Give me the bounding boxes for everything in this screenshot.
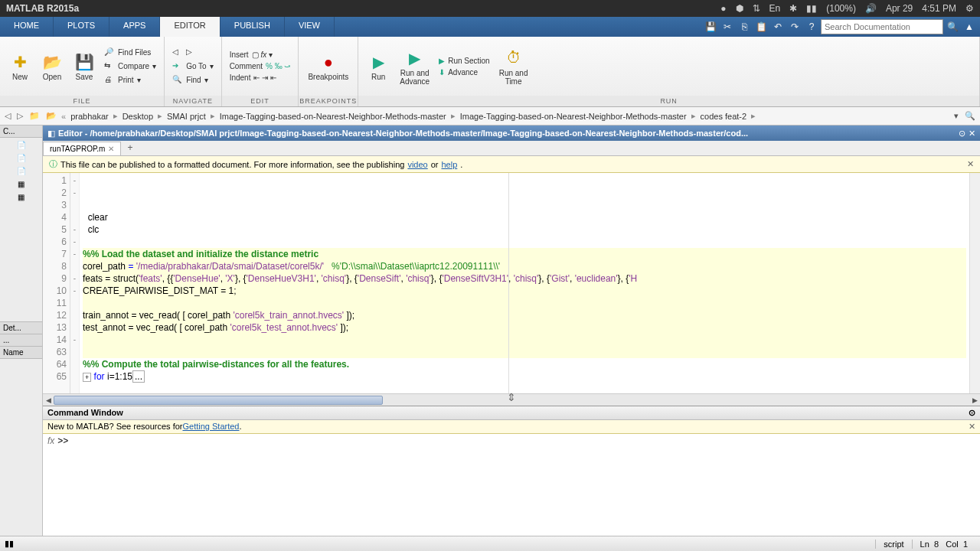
find-button[interactable]: 🔍Find▾ <box>169 74 217 86</box>
indent-button[interactable]: Indent ⇤ ⇥ ⇤ <box>227 73 294 83</box>
code-area[interactable]: clear clc %% Load the dataset and initia… <box>80 173 969 393</box>
tab-apps[interactable]: APPS <box>109 17 160 37</box>
record-icon: ● <box>720 3 726 14</box>
scroll-left-icon[interactable]: ◀ <box>43 394 54 406</box>
splitter-handle-icon[interactable]: ⇕ <box>507 391 516 403</box>
breadcrumb[interactable]: Image-Tagging-based-on-Nearest-Neighbor-… <box>459 112 688 121</box>
system-tray: ● ⬢ ⇅ En ✱ ▮▮ (100%) 🔊 Apr 29 4:51 PM ⚙ <box>720 3 974 14</box>
tab-editor[interactable]: EDITOR <box>160 17 220 37</box>
minimize-ribbon-icon[interactable]: ▲ <box>962 19 977 34</box>
system-bar: MATLAB R2015a ● ⬢ ⇅ En ✱ ▮▮ (100%) 🔊 Apr… <box>0 0 980 17</box>
clock-date: Apr 29 <box>886 3 913 14</box>
editor-title: Editor - /home/prabhakar/Desktop/SMAI pr… <box>58 129 956 138</box>
panel-icon[interactable]: ◧ <box>47 129 55 139</box>
run-time-button[interactable]: ⏱Run and Time <box>495 46 533 87</box>
compare-button[interactable]: ⇆Compare▾ <box>101 60 159 73</box>
breadcrumb[interactable]: codes feat-2 <box>699 112 749 121</box>
getting-started-link[interactable]: Getting Started <box>182 422 239 432</box>
undo-icon[interactable]: ↶ <box>770 19 786 34</box>
run-advance-button[interactable]: ▶Run and Advance <box>395 46 434 87</box>
cursor-position: Ln 8 Col 1 <box>912 540 975 549</box>
breakpoint-gutter[interactable]: -- --- -- - <box>70 173 80 393</box>
breadcrumb[interactable]: Image-Tagging-based-on-Nearest-Neighbor-… <box>218 112 448 121</box>
close-info-icon[interactable]: ✕ <box>967 159 974 169</box>
info-help-link[interactable]: help <box>442 160 458 169</box>
new-tab-button[interactable]: + <box>121 141 139 155</box>
breadcrumb[interactable]: Desktop <box>121 112 155 121</box>
redo-icon[interactable]: ↷ <box>787 19 802 34</box>
name-header[interactable]: Name <box>0 347 42 359</box>
breadcrumb[interactable]: prabhakar <box>69 112 110 121</box>
folder-icon[interactable]: 📄 <box>17 141 26 149</box>
details-label: Det... <box>0 321 42 334</box>
busy-indicator: ▮▮ <box>5 539 14 549</box>
horizontal-scrollbar[interactable]: ◀ ▶ ⇕ <box>43 393 980 406</box>
folder-icon[interactable]: 📂 <box>44 109 58 122</box>
nav-up-icon[interactable]: 📁 <box>28 109 41 122</box>
clock-time: 4:51 PM <box>922 3 956 14</box>
insert-button[interactable]: Insert ▢ fx ▾ <box>227 50 294 60</box>
open-button[interactable]: 📂Open <box>37 50 67 83</box>
breadcrumb[interactable]: SMAI prjct <box>165 112 207 121</box>
ribbon-group-navigate: ◁▷ ➔Go To▾ 🔍Find▾ NAVIGATE <box>165 37 222 106</box>
breakpoints-button[interactable]: ●Breakpoints <box>303 50 353 83</box>
close-hint-icon[interactable]: ✕ <box>969 422 975 432</box>
print-button[interactable]: 🖨Print▾ <box>101 74 159 86</box>
nav-fwd-icon[interactable]: ▷ <box>15 109 24 122</box>
new-button[interactable]: ✚New <box>5 50 35 83</box>
overview-ruler[interactable] <box>969 173 980 393</box>
command-input[interactable]: fx>> <box>43 434 980 536</box>
panel-menu-icon[interactable]: ⊙ <box>959 129 965 139</box>
help-quick-icon[interactable]: ? <box>804 19 819 34</box>
save-quick-icon[interactable]: 💾 <box>703 19 718 34</box>
volume-icon: 🔊 <box>865 3 877 14</box>
ribbon-group-breakpoints: ●Breakpoints BREAKPOINTS <box>299 37 358 106</box>
copy-icon[interactable]: ⎘ <box>737 19 752 34</box>
advance-button[interactable]: ⬇Advance <box>436 67 492 77</box>
nav-search-icon[interactable]: 🔍 <box>963 109 977 122</box>
folder-icon[interactable]: ▦ <box>18 180 24 188</box>
current-folder-label: C... <box>0 126 42 138</box>
nav-left-button[interactable]: ◁▷ <box>169 47 217 59</box>
battery-icon: ▮▮ <box>806 3 817 14</box>
left-panel: C... 📄 📄 📄 ▦ ▦ Det... ... Name <box>0 126 43 536</box>
info-video-link[interactable]: video <box>407 160 427 169</box>
find-files-button[interactable]: 🔎Find Files <box>101 47 159 59</box>
folder-icon[interactable]: ▦ <box>18 193 24 201</box>
command-window-title: Command Window <box>47 408 123 418</box>
gear-icon[interactable]: ⚙ <box>965 3 974 14</box>
sync-icon: ⇅ <box>753 3 760 14</box>
lang-indicator[interactable]: En <box>769 3 781 14</box>
folder-icon[interactable]: 📄 <box>17 154 26 162</box>
code-editor[interactable]: 1234567891011121314636465 -- --- -- - cl… <box>43 173 980 393</box>
search-input[interactable] <box>821 19 943 34</box>
tab-plots[interactable]: PLOTS <box>54 17 109 37</box>
fx-icon: fx <box>47 435 54 446</box>
scroll-thumb[interactable] <box>54 396 383 405</box>
paste-icon[interactable]: 📋 <box>753 19 769 34</box>
main-tabstrip: HOME PLOTS APPS EDITOR PUBLISH VIEW 💾 ✂ … <box>0 17 980 37</box>
cut-icon[interactable]: ✂ <box>720 19 735 34</box>
nav-dropdown-icon[interactable]: ▾ <box>952 109 960 122</box>
search-icon[interactable]: 🔍 <box>945 19 960 34</box>
run-section-button[interactable]: ▶Run Section <box>436 56 492 66</box>
nav-back-icon[interactable]: ◁ <box>3 109 12 122</box>
folder-icon[interactable]: 📄 <box>17 167 26 175</box>
file-tab[interactable]: runTAGPROP.m ✕ <box>43 142 121 155</box>
scroll-right-icon[interactable]: ▶ <box>969 394 980 406</box>
line-gutter: 1234567891011121314636465 <box>43 173 70 393</box>
tab-home[interactable]: HOME <box>0 17 54 37</box>
panel-close-icon[interactable]: ✕ <box>969 129 975 139</box>
goto-button[interactable]: ➔Go To▾ <box>169 60 217 73</box>
publish-info-bar: ⓘ This file can be published to a format… <box>43 156 980 173</box>
battery-pct: (100%) <box>826 3 856 14</box>
comment-button[interactable]: Comment % ‰ ⤻ <box>227 61 294 71</box>
app-title: MATLAB R2015a <box>6 3 79 14</box>
save-button[interactable]: 💾Save <box>69 50 100 83</box>
run-button[interactable]: ▶Run <box>363 50 394 83</box>
tab-view[interactable]: VIEW <box>285 17 335 37</box>
cmd-menu-icon[interactable]: ⊙ <box>969 408 975 418</box>
address-bar: ◁ ▷ 📁 📂 « prabhakar▸ Desktop▸ SMAI prjct… <box>0 107 980 126</box>
close-tab-icon[interactable]: ✕ <box>108 145 114 153</box>
tab-publish[interactable]: PUBLISH <box>220 17 285 37</box>
